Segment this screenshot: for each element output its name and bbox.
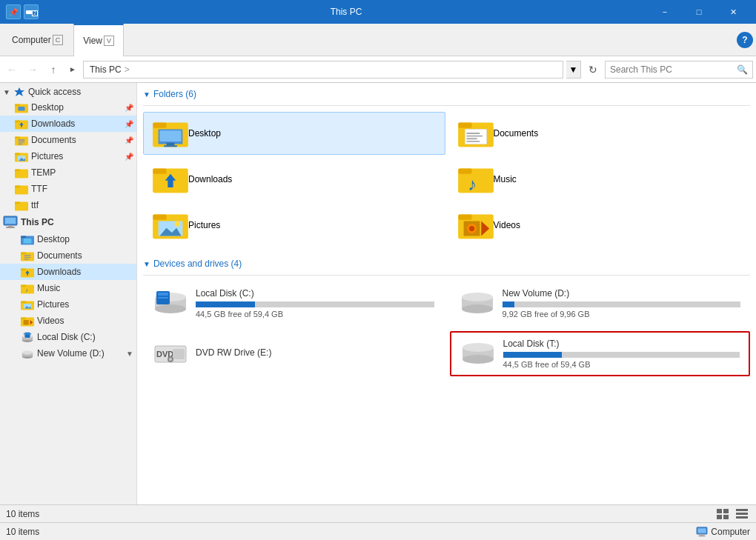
refresh-button[interactable]: ↻ xyxy=(584,61,602,79)
ribbon-tab-view[interactable]: View V xyxy=(73,24,124,56)
folder-item-videos[interactable]: Videos xyxy=(448,204,751,247)
svg-rect-32 xyxy=(8,225,13,227)
folders-section-header[interactable]: ▼ Folders (6) xyxy=(143,89,750,99)
search-input[interactable] xyxy=(610,64,737,75)
sidebar-item-videos-sub[interactable]: Videos xyxy=(0,313,136,329)
sidebar-item-temp[interactable]: TEMP xyxy=(0,164,136,181)
close-button[interactable]: ✕ xyxy=(716,0,750,24)
sidebar-item-downloads-quick[interactable]: Downloads 📌 xyxy=(0,116,136,132)
drive-e-info: DVD RW Drive (E:) xyxy=(196,347,434,361)
computer-label-area: Computer xyxy=(696,527,750,537)
folder-music-name: Music xyxy=(494,174,517,184)
svg-point-69 xyxy=(22,350,33,354)
sidebar-item-ttf[interactable]: TTF xyxy=(0,181,136,197)
drive-t-free: 44,5 GB free of 59,4 GB xyxy=(503,360,740,369)
ribbon-key-v: V xyxy=(104,36,114,46)
folders-chevron: ▼ xyxy=(143,90,150,99)
folder-item-pictures[interactable]: Pictures xyxy=(143,204,445,247)
computer-label-bottom: Computer xyxy=(711,527,750,537)
sidebar-item-ttf-lower[interactable]: ttf xyxy=(0,197,136,213)
drive-t-info: Local Disk (T:) 44,5 GB free of 59,4 GB xyxy=(503,339,740,369)
forward-button[interactable]: → xyxy=(24,61,42,79)
folder-documents-name: Documents xyxy=(494,128,539,139)
item-count-top: 10 items xyxy=(6,509,39,519)
sidebar-item-newd-sub[interactable]: New Volume (D:) ▼ xyxy=(0,345,136,361)
search-icon[interactable]: 🔍 xyxy=(737,64,748,75)
svg-rect-91 xyxy=(458,168,471,173)
quick-access-icon xyxy=(13,86,25,98)
svg-rect-33 xyxy=(6,227,15,228)
maximize-button[interactable]: □ xyxy=(682,0,716,24)
svg-rect-129 xyxy=(736,516,748,519)
drives-section-header[interactable]: ▼ Devices and drives (4) xyxy=(143,259,750,269)
drive-item-d[interactable]: New Volume (D:) 9,92 GB free of 9,96 GB xyxy=(450,281,751,325)
svg-rect-66 xyxy=(24,333,32,335)
drive-item-c[interactable]: Local Disk (C:) 44,5 GB free of 59,4 GB xyxy=(143,281,444,325)
folder-documents-sub-icon xyxy=(21,250,34,261)
svg-point-108 xyxy=(155,304,186,313)
hdd-c-svg xyxy=(153,290,188,318)
drive-d-icon-small xyxy=(21,347,34,359)
svg-rect-54 xyxy=(21,301,26,304)
address-path[interactable]: This PC > xyxy=(83,61,563,79)
quick-access-arrow: ▼ xyxy=(3,88,10,96)
ribbon-tab-computer[interactable]: Computer C xyxy=(3,24,72,56)
list-view-button[interactable] xyxy=(734,507,750,521)
sidebar-item-pictures-quick[interactable]: Pictures 📌 xyxy=(0,148,136,164)
sidebar-item-this-pc[interactable]: This PC xyxy=(0,213,136,231)
svg-rect-126 xyxy=(723,515,729,519)
minimize-button[interactable]: − xyxy=(648,0,682,24)
up-button[interactable]: ↑ xyxy=(44,61,62,79)
folder-item-desktop[interactable]: Desktop xyxy=(143,112,445,155)
drive-item-t[interactable]: Local Disk (T:) 44,5 GB free of 59,4 GB xyxy=(450,331,751,376)
folders-grid: Desktop Documents xyxy=(143,112,750,247)
sidebar-item-pictures-sub[interactable]: Pictures xyxy=(0,296,136,313)
title-bar-icons: 📌 2 xyxy=(6,4,39,19)
pin-icon[interactable]: 📌 xyxy=(6,4,21,19)
details-view-button[interactable] xyxy=(714,507,731,521)
drives-grid: Local Disk (C:) 44,5 GB free of 59,4 GB xyxy=(143,281,750,376)
tabs-icon[interactable]: 2 xyxy=(24,4,39,19)
computer-icon-bottom xyxy=(696,527,708,537)
view-toggles xyxy=(714,507,750,521)
folder-item-documents[interactable]: Documents xyxy=(448,112,751,155)
sidebar-item-documents-quick[interactable]: Documents 📌 xyxy=(0,132,136,148)
back-button[interactable]: ← xyxy=(3,61,21,79)
svg-rect-40 xyxy=(21,253,26,255)
svg-point-121 xyxy=(462,343,494,352)
sidebar-label-temp: TEMP xyxy=(31,167,56,178)
help-button[interactable]: ? xyxy=(737,32,753,48)
folder-item-downloads[interactable]: Downloads xyxy=(143,158,445,201)
drives-divider xyxy=(143,275,750,276)
sidebar-item-desktop[interactable]: Desktop 📌 xyxy=(0,99,136,116)
quick-access-header[interactable]: ▼ Quick access xyxy=(0,83,136,99)
folder-videos-sub-icon xyxy=(21,315,34,327)
svg-rect-13 xyxy=(19,141,25,143)
folder-documents-icon xyxy=(15,134,28,146)
drive-c-bar-fill xyxy=(196,301,255,307)
folder-pictures-icon xyxy=(15,150,28,162)
folder-item-music[interactable]: ♪ Music xyxy=(448,158,751,201)
sidebar-item-localc-sub[interactable]: Local Disk (C:) xyxy=(0,329,136,345)
path-dropdown-button[interactable]: ▼ xyxy=(566,61,581,79)
drive-c-info: Local Disk (C:) 44,5 GB free of 59,4 GB xyxy=(196,288,434,319)
svg-rect-82 xyxy=(466,136,483,137)
svg-rect-75 xyxy=(167,143,175,146)
sidebar-item-downloads-sub[interactable]: Downloads xyxy=(0,264,136,280)
sidebar-item-desktop-sub[interactable]: Desktop xyxy=(0,231,136,247)
item-count-bottom: 10 items xyxy=(6,527,39,537)
sidebar-label-downloads: Downloads xyxy=(31,119,75,129)
sidebar-item-music-sub[interactable]: ♪ Music xyxy=(0,280,136,296)
drive-d-free: 9,92 GB free of 9,96 GB xyxy=(503,310,741,319)
drive-item-e[interactable]: DVD DVD RW Drive (E:) xyxy=(143,331,444,376)
drive-t-bar-fill xyxy=(503,352,563,358)
svg-rect-43 xyxy=(24,259,29,260)
svg-point-122 xyxy=(462,355,494,364)
pin-pictures-icon: 📌 xyxy=(125,153,133,161)
svg-rect-79 xyxy=(458,122,471,127)
svg-rect-25 xyxy=(15,187,28,194)
window-title: This PC xyxy=(44,7,648,17)
pin-downloads-icon: 📌 xyxy=(125,120,133,128)
sidebar-item-documents-sub[interactable]: Documents xyxy=(0,247,136,264)
folder-downloads-name: Downloads xyxy=(188,174,232,184)
